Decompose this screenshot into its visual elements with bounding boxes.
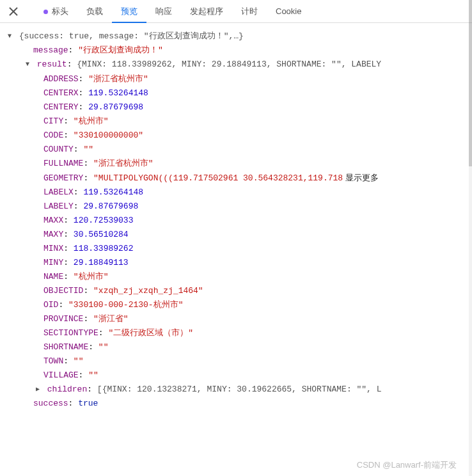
field-fullname[interactable]: FULLNAME: "浙江省杭州市" [8, 157, 472, 171]
field-centerx[interactable]: CENTERX: 119.53264148 [8, 86, 472, 100]
field-town[interactable]: TOWN: "" [8, 354, 472, 369]
field-centery[interactable]: CENTERY: 29.87679698 [8, 100, 472, 115]
tab-timing[interactable]: 计时 [232, 0, 267, 23]
tab-cookies[interactable]: Cookie [267, 0, 310, 23]
field-sectiontype[interactable]: SECTIONTYPE: "二级行政区域（市）" [8, 326, 472, 340]
root-summary: {success: true, message: "行政区划查询成功！",…} [19, 31, 244, 41]
field-objectid[interactable]: OBJECTID: "xzqh_zj_xzqh_zj_1464" [8, 284, 472, 298]
field-shortname[interactable]: SHORTNAME: "" [8, 340, 472, 354]
field-result[interactable]: ▼ result: {MINX: 118.33989262, MINY: 29.… [8, 58, 472, 72]
devtools-tabs: 标头 负载 预览 响应 发起程序 计时 Cookie [0, 0, 472, 23]
show-more-link[interactable]: 显示更多 [345, 173, 379, 182]
field-labely[interactable]: LABELY: 29.87679698 [8, 200, 472, 214]
field-maxy[interactable]: MAXY: 30.56510284 [8, 228, 472, 242]
tab-response[interactable]: 响应 [146, 0, 181, 23]
scrollbar-thumb[interactable] [469, 0, 472, 166]
tab-headers[interactable]: 标头 [35, 0, 77, 23]
chevron-down-icon[interactable]: ▼ [8, 29, 14, 44]
field-village[interactable]: VILLAGE: "" [8, 369, 472, 383]
field-code[interactable]: CODE: "330100000000" [8, 129, 472, 143]
field-maxx[interactable]: MAXX: 120.72539033 [8, 214, 472, 228]
field-labelx[interactable]: LABELX: 119.53264148 [8, 186, 472, 200]
tab-initiator[interactable]: 发起程序 [181, 0, 232, 23]
field-miny[interactable]: MINY: 29.18849113 [8, 256, 472, 270]
field-geometry[interactable]: GEOMETRY: "MULTIPOLYGON(((119.717502961 … [8, 171, 472, 186]
field-message[interactable]: message: "行政区划查询成功！" [8, 44, 472, 58]
field-children[interactable]: ▶ children: [{MINX: 120.13238271, MINY: … [8, 383, 472, 397]
close-icon[interactable] [8, 6, 19, 17]
field-oid[interactable]: OID: "330100-000-2130-杭州市" [8, 298, 472, 312]
chevron-down-icon[interactable]: ▼ [26, 58, 32, 72]
field-name[interactable]: NAME: "杭州市" [8, 270, 472, 284]
root-row[interactable]: ▼ {success: true, message: "行政区划查询成功！",…… [8, 29, 472, 44]
field-success[interactable]: success: true [8, 397, 472, 411]
field-address[interactable]: ADDRESS: "浙江省杭州市" [8, 72, 472, 86]
field-province[interactable]: PROVINCE: "浙江省" [8, 312, 472, 326]
field-city[interactable]: CITY: "杭州市" [8, 115, 472, 129]
watermark: CSDN @Lanwarf-前端开发 [357, 459, 457, 471]
json-preview: ▼ {success: true, message: "行政区划查询成功！",…… [0, 23, 472, 417]
dot-icon [43, 10, 48, 14]
chevron-right-icon[interactable]: ▶ [36, 383, 42, 397]
field-minx[interactable]: MINX: 118.33989262 [8, 242, 472, 256]
tab-preview[interactable]: 预览 [112, 0, 146, 23]
field-county[interactable]: COUNTY: "" [8, 143, 472, 157]
tab-payload[interactable]: 负载 [77, 0, 112, 23]
